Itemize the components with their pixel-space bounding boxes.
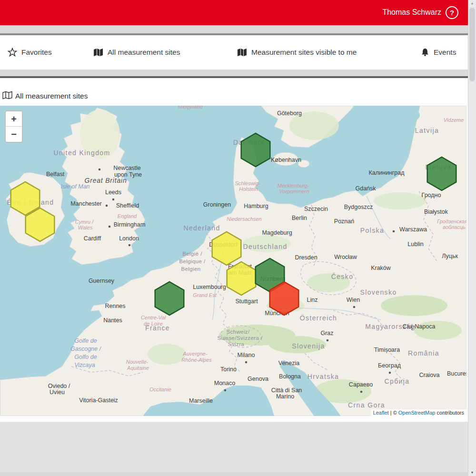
map-label: England <box>118 213 137 219</box>
map-label: Midtjylland <box>178 106 203 109</box>
map-zoom-in-button[interactable]: + <box>6 111 22 127</box>
map-label: Manchester <box>70 200 101 207</box>
vertical-scrollbar[interactable]: ▲ ▼ <box>468 0 476 476</box>
map-label: Milano <box>238 352 255 358</box>
map-label: Linz <box>307 297 318 303</box>
city-dot <box>360 391 363 393</box>
map-label: België / <box>182 251 202 257</box>
map-label: Gascogne / <box>70 346 101 352</box>
map-label: Magdeburg <box>262 229 292 236</box>
map-label: Grand Est <box>193 292 217 298</box>
europe-map-graphic: United KingdomÉire / IrelandDanmarkLatvi… <box>0 106 466 416</box>
attribution-separator: | <box>390 410 392 416</box>
map-icon <box>237 48 247 57</box>
map-label: Città di San <box>271 387 302 394</box>
map-label: Uvieu <box>50 389 65 396</box>
map-label: Lublin <box>407 241 423 248</box>
leaflet-link[interactable]: Leaflet <box>373 410 389 416</box>
bottom-strip <box>0 472 468 476</box>
map-label: Nantes <box>103 317 122 324</box>
map-label: Warszawa <box>399 226 427 233</box>
city-dot <box>393 230 395 233</box>
map-label: Луцьк <box>442 253 458 259</box>
map-label: Slovensko <box>360 288 397 296</box>
city-dot <box>389 372 391 374</box>
map-label: Torino <box>220 366 237 373</box>
osm-link[interactable]: OpenStreetMap <box>398 410 436 416</box>
map-label: Hrvatska <box>307 373 339 380</box>
map-label: Crna Gora <box>348 401 385 409</box>
map-label: Београд <box>378 362 401 369</box>
nav-item-measurement-sites-visible-to-me[interactable]: Measurement sites visible to me <box>237 35 357 69</box>
map-label: Oviedo / <box>48 383 70 389</box>
page-title-row: All measurement sites <box>0 78 468 106</box>
map-label: Nouvelle- <box>126 359 149 365</box>
nav-item-label: Events <box>434 48 456 57</box>
map-label: Rennes <box>105 303 125 309</box>
map-icon <box>93 48 103 57</box>
map-label: Wrocław <box>334 254 357 260</box>
nav-item-favorites[interactable]: Favorites <box>8 35 52 69</box>
map-label: Schleswig- <box>235 180 260 186</box>
map-label: Dresden <box>295 254 317 261</box>
nav-item-label: Measurement sites visible to me <box>251 48 357 57</box>
map-label: Mecklenburg- <box>278 183 309 188</box>
map-label: Guernsey <box>89 278 115 284</box>
map-label: Poznań <box>334 218 354 225</box>
map-label: Timișoara <box>374 347 400 353</box>
map-label: København <box>271 157 301 163</box>
scrollbar-thumb[interactable] <box>469 8 475 81</box>
attribution-copyright: © <box>393 410 397 416</box>
map-label: Калининград <box>368 169 405 176</box>
city-dot <box>112 198 115 201</box>
scroll-up-arrow[interactable]: ▲ <box>468 1 476 5</box>
city-dot <box>106 205 108 207</box>
map-label: Nederland <box>183 224 220 232</box>
map-label: Birmingham <box>114 221 146 228</box>
map-container[interactable]: United KingdomÉire / IrelandDanmarkLatvi… <box>0 106 466 416</box>
city-dot <box>129 244 131 247</box>
map-label: Belgique / <box>179 258 206 264</box>
map-label: Rhône-Alpes <box>181 357 212 363</box>
nav-item-events[interactable]: Events <box>421 35 456 69</box>
map-icon <box>2 91 12 101</box>
map-label: Newcastle <box>113 165 141 171</box>
map-label: Гродно <box>422 192 441 198</box>
map-label: Svizra <box>228 341 245 347</box>
map-label: Vizcaya <box>74 362 95 368</box>
map-label: Kraków <box>371 265 391 271</box>
map-label: Sheffield <box>116 202 139 209</box>
map-label: Auvergne- <box>183 351 208 357</box>
page-title: All measurement sites <box>15 92 88 100</box>
map-label: Stuttgart <box>235 298 258 305</box>
map-label: Wales <box>78 225 93 230</box>
map-label: Сараево <box>349 381 373 388</box>
map-label: Gdańsk <box>355 185 376 192</box>
help-icon[interactable]: ? <box>446 6 458 19</box>
map-label: Aquitaine <box>127 365 149 371</box>
scroll-down-arrow[interactable]: ▼ <box>468 471 476 474</box>
map-label: Vorpommern <box>279 188 309 194</box>
map-label: Cluj-Napoca <box>403 323 436 330</box>
map-label: Leeds <box>105 189 121 196</box>
map-label: Holstein <box>239 186 258 192</box>
user-name[interactable]: Thomas Schwarz <box>382 8 441 17</box>
map-label: Schweiz/ <box>226 329 250 335</box>
bell-icon <box>421 48 429 57</box>
map-label: România <box>408 349 439 357</box>
map-zoom-out-button[interactable]: − <box>6 127 22 142</box>
map-label: Suisse/Svizzera / <box>218 335 263 341</box>
map-label: Białystok <box>424 208 448 215</box>
map-attribution: Leaflet | © OpenStreetMap contributors <box>371 409 466 416</box>
map-label: вобласць <box>443 224 466 230</box>
map-label: Belgien <box>181 266 200 272</box>
map-label: Bydgoszcz <box>344 204 373 210</box>
nav-item-all-measurement-sites[interactable]: All measurement sites <box>93 35 180 69</box>
map-label: Hamburg <box>244 203 268 209</box>
map-label: Österreich <box>300 314 337 322</box>
map-label: Slovenija <box>292 342 325 350</box>
map-label: Cardiff <box>84 235 101 242</box>
map-label: Szczecin <box>304 206 328 212</box>
nav-divider <box>0 69 468 78</box>
map-label: Marseille <box>189 397 213 404</box>
